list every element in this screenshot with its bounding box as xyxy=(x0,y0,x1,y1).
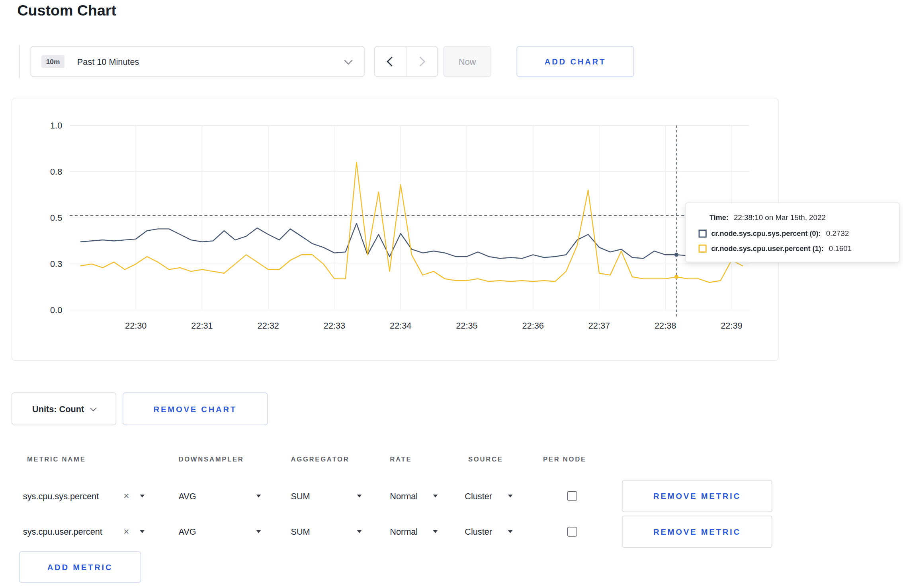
caret-down-icon[interactable] xyxy=(256,495,261,497)
caret-down-icon[interactable] xyxy=(508,495,513,497)
column-header-rate: RATE xyxy=(390,456,412,463)
svg-text:22:33: 22:33 xyxy=(324,321,345,331)
tooltip-series-value: 0.1601 xyxy=(829,244,852,253)
tooltip-series-value: 0.2732 xyxy=(826,229,849,238)
aggregator-select[interactable]: SUM xyxy=(291,491,310,501)
time-range-label: Past 10 Minutes xyxy=(77,56,139,66)
toolbar-divider xyxy=(19,45,20,78)
svg-text:22:34: 22:34 xyxy=(390,321,411,331)
svg-text:22:31: 22:31 xyxy=(191,321,213,331)
tooltip-time-value: 22:38:10 on Mar 15th, 2022 xyxy=(734,213,826,222)
next-time-button[interactable] xyxy=(406,47,437,76)
svg-text:0.8: 0.8 xyxy=(50,167,62,177)
line-chart[interactable]: 0.00.30.50.81.022:3022:3122:3222:3322:34… xyxy=(12,98,778,360)
downsampler-select[interactable]: AVG xyxy=(178,527,196,537)
tooltip-series-row: cr.node.sys.cpu.user.percent (1): 0.1601 xyxy=(698,244,889,253)
svg-text:22:30: 22:30 xyxy=(125,321,147,331)
caret-down-icon[interactable] xyxy=(140,495,145,497)
table-row: sys.cpu.user.percent ✕ AVG SUM Normal Cl… xyxy=(12,514,779,550)
column-header-source: SOURCE xyxy=(468,456,503,463)
tooltip-time-label: Time: xyxy=(710,214,729,222)
chart-tooltip: Time:22:38:10 on Mar 15th, 2022 cr.node.… xyxy=(685,202,899,262)
caret-down-icon[interactable] xyxy=(357,530,362,533)
column-header-downsampler: DOWNSAMPLER xyxy=(178,456,244,463)
chart-panel: 0.00.30.50.81.022:3022:3122:3222:3322:34… xyxy=(12,98,779,361)
sys-series-swatch-icon xyxy=(698,229,706,237)
column-header-aggregator: AGGREGATOR xyxy=(291,456,349,463)
caret-down-icon[interactable] xyxy=(140,530,145,533)
user-series-swatch-icon xyxy=(698,244,706,252)
remove-chart-button[interactable]: REMOVE CHART xyxy=(123,392,268,425)
source-select[interactable]: Cluster xyxy=(465,491,492,501)
chevron-down-icon xyxy=(344,56,352,64)
caret-down-icon[interactable] xyxy=(508,530,513,533)
metric-name-select[interactable]: sys.cpu.sys.percent xyxy=(23,491,99,501)
rate-select[interactable]: Normal xyxy=(390,491,418,501)
caret-down-icon[interactable] xyxy=(433,495,438,497)
svg-text:1.0: 1.0 xyxy=(50,121,62,130)
caret-down-icon[interactable] xyxy=(256,530,261,533)
page-title: Custom Chart xyxy=(17,2,116,19)
svg-text:22:32: 22:32 xyxy=(258,321,279,331)
now-button[interactable]: Now xyxy=(444,46,491,77)
chevron-down-icon xyxy=(90,405,96,411)
svg-text:0.0: 0.0 xyxy=(50,305,62,315)
svg-text:22:35: 22:35 xyxy=(456,321,477,331)
tooltip-series-label: cr.node.sys.cpu.user.percent (1): xyxy=(711,244,823,252)
time-range-select[interactable]: 10m Past 10 Minutes xyxy=(31,46,365,77)
per-node-checkbox[interactable] xyxy=(567,491,577,501)
source-select[interactable]: Cluster xyxy=(465,527,492,537)
clear-metric-icon[interactable]: ✕ xyxy=(123,528,130,536)
svg-text:0.5: 0.5 xyxy=(50,213,62,223)
metrics-table: METRIC NAME DOWNSAMPLER AGGREGATOR RATE … xyxy=(12,448,779,553)
svg-text:22:36: 22:36 xyxy=(522,321,544,331)
tooltip-series-row: cr.node.sys.cpu.sys.percent (0): 0.2732 xyxy=(698,229,889,238)
rate-select[interactable]: Normal xyxy=(390,527,418,537)
chevron-right-icon xyxy=(416,56,426,66)
time-nav-group xyxy=(374,46,438,77)
column-header-per-node: PER NODE xyxy=(543,456,586,463)
metric-name-select[interactable]: sys.cpu.user.percent xyxy=(23,527,102,537)
svg-text:0.3: 0.3 xyxy=(50,259,62,269)
prev-time-button[interactable] xyxy=(375,47,406,76)
time-range-badge: 10m xyxy=(41,55,64,68)
tooltip-time-row: Time:22:38:10 on Mar 15th, 2022 xyxy=(710,213,890,222)
add-metric-button[interactable]: ADD METRIC xyxy=(19,551,141,583)
aggregator-select[interactable]: SUM xyxy=(291,527,310,537)
units-select[interactable]: Units: Count xyxy=(12,392,116,425)
add-chart-button[interactable]: ADD CHART xyxy=(516,46,634,77)
chevron-left-icon xyxy=(387,56,397,66)
caret-down-icon[interactable] xyxy=(357,495,362,497)
svg-text:22:37: 22:37 xyxy=(588,321,610,331)
caret-down-icon[interactable] xyxy=(433,530,438,533)
table-row: sys.cpu.sys.percent ✕ AVG SUM Normal Clu… xyxy=(12,478,779,514)
custom-chart-page: Custom Chart 10m Past 10 Minutes Now ADD… xyxy=(0,0,903,588)
units-label: Units: Count xyxy=(32,404,84,414)
per-node-checkbox[interactable] xyxy=(567,527,577,537)
tooltip-series-label: cr.node.sys.cpu.sys.percent (0): xyxy=(711,229,821,237)
remove-metric-button[interactable]: REMOVE METRIC xyxy=(622,516,772,548)
clear-metric-icon[interactable]: ✕ xyxy=(123,492,130,500)
svg-text:22:38: 22:38 xyxy=(655,321,676,331)
remove-metric-button[interactable]: REMOVE METRIC xyxy=(622,480,772,512)
column-header-metric-name: METRIC NAME xyxy=(27,456,86,463)
downsampler-select[interactable]: AVG xyxy=(178,491,196,501)
svg-text:22:39: 22:39 xyxy=(721,321,742,331)
